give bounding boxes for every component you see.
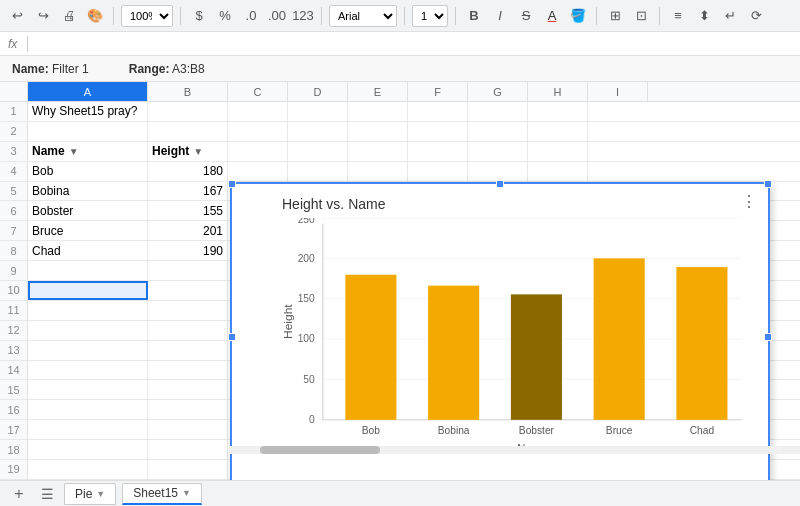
cell-a17[interactable] [28,420,148,439]
rotate-btn[interactable]: ⟳ [745,5,767,27]
cell-a13[interactable] [28,341,148,360]
col-header-f[interactable]: F [408,82,468,101]
percent-btn[interactable]: % [214,5,236,27]
cell-a10[interactable] [28,281,148,300]
cell-b4[interactable]: 180 [148,162,228,181]
cell-b5[interactable]: 167 [148,182,228,201]
cell-g1[interactable] [468,102,528,121]
cell-b15[interactable] [148,380,228,399]
cell-a5[interactable]: Bobina [28,182,148,201]
cell-c2[interactable] [228,122,288,141]
cell-h4[interactable] [528,162,588,181]
col-header-i[interactable]: I [588,82,648,101]
fill-color-btn[interactable]: 🪣 [567,5,589,27]
cell-f2[interactable] [408,122,468,141]
cell-d3[interactable] [288,142,348,161]
cell-a19[interactable] [28,460,148,479]
cell-b7[interactable]: 201 [148,221,228,240]
cell-d4[interactable] [288,162,348,181]
cell-c4[interactable] [228,162,288,181]
cell-a16[interactable] [28,400,148,419]
cell-a15[interactable] [28,380,148,399]
col-header-a[interactable]: A [28,82,148,101]
print-btn[interactable]: 🖨 [58,5,80,27]
num-format-btn[interactable]: 123 [292,5,314,27]
cell-b6[interactable]: 155 [148,201,228,220]
bold-btn[interactable]: B [463,5,485,27]
font-color-btn[interactable]: A [541,5,563,27]
col-header-b[interactable]: B [148,82,228,101]
filter-icon-name[interactable]: ▼ [69,146,79,157]
cell-b2[interactable] [148,122,228,141]
cell-g4[interactable] [468,162,528,181]
paint-format-btn[interactable]: 🎨 [84,5,106,27]
cell-h3[interactable] [528,142,588,161]
cell-f1[interactable] [408,102,468,121]
italic-btn[interactable]: I [489,5,511,27]
currency-btn[interactable]: $ [188,5,210,27]
merge-btn[interactable]: ⊡ [630,5,652,27]
cell-b17[interactable] [148,420,228,439]
cell-e1[interactable] [348,102,408,121]
cell-a12[interactable] [28,321,148,340]
cell-d1[interactable] [288,102,348,121]
cell-a11[interactable] [28,301,148,320]
undo-btn[interactable]: ↩ [6,5,28,27]
zoom-select[interactable]: 100% [121,5,173,27]
cell-e4[interactable] [348,162,408,181]
scrollbar-thumb[interactable] [260,446,380,454]
cell-e2[interactable] [348,122,408,141]
col-header-c[interactable]: C [228,82,288,101]
cell-b8[interactable]: 190 [148,241,228,260]
cell-a18[interactable] [28,440,148,459]
cell-a9[interactable] [28,261,148,280]
chart-handle-tr[interactable] [764,180,772,188]
cell-a6[interactable]: Bobster [28,201,148,220]
cell-h1[interactable] [528,102,588,121]
valign-btn[interactable]: ⬍ [693,5,715,27]
col-header-d[interactable]: D [288,82,348,101]
cell-b14[interactable] [148,361,228,380]
decimal-btn[interactable]: .0 [240,5,262,27]
decimal2-btn[interactable]: .00 [266,5,288,27]
cell-d2[interactable] [288,122,348,141]
cell-f3[interactable] [408,142,468,161]
cell-b9[interactable] [148,261,228,280]
cell-g2[interactable] [468,122,528,141]
align-btn[interactable]: ≡ [667,5,689,27]
chart-handle-tc[interactable] [496,180,504,188]
strikethrough-btn[interactable]: S [515,5,537,27]
cell-a14[interactable] [28,361,148,380]
col-header-g[interactable]: G [468,82,528,101]
wrap-btn[interactable]: ↵ [719,5,741,27]
cell-b10[interactable] [148,281,228,300]
cell-g3[interactable] [468,142,528,161]
cell-e3[interactable] [348,142,408,161]
cell-a8[interactable]: Chad [28,241,148,260]
cell-b16[interactable] [148,400,228,419]
cell-b1[interactable] [148,102,228,121]
cell-a1[interactable]: Why Sheet15 pray? [28,102,148,121]
cell-b13[interactable] [148,341,228,360]
cell-b19[interactable] [148,460,228,479]
col-header-e[interactable]: E [348,82,408,101]
filter-icon-height[interactable]: ▼ [193,146,203,157]
cell-f4[interactable] [408,162,468,181]
font-size-select[interactable]: 10 [412,5,448,27]
chart-handle-mr[interactable] [764,333,772,341]
cell-b11[interactable] [148,301,228,320]
cell-a2[interactable] [28,122,148,141]
borders-btn[interactable]: ⊞ [604,5,626,27]
font-select[interactable]: Arial [329,5,397,27]
cell-a4[interactable]: Bob [28,162,148,181]
cell-c3[interactable] [228,142,288,161]
chart-menu-btn[interactable]: ⋮ [741,192,758,211]
cell-a3[interactable]: Name ▼ [28,142,148,161]
horizontal-scrollbar[interactable] [230,446,800,454]
chart-handle-ml[interactable] [228,333,236,341]
chart-handle-tl[interactable] [228,180,236,188]
cell-c1[interactable] [228,102,288,121]
cell-b3[interactable]: Height ▼ [148,142,228,161]
cell-h2[interactable] [528,122,588,141]
chart-container[interactable]: Height vs. Name ⋮ 0 50 100 150 200 [230,182,770,480]
